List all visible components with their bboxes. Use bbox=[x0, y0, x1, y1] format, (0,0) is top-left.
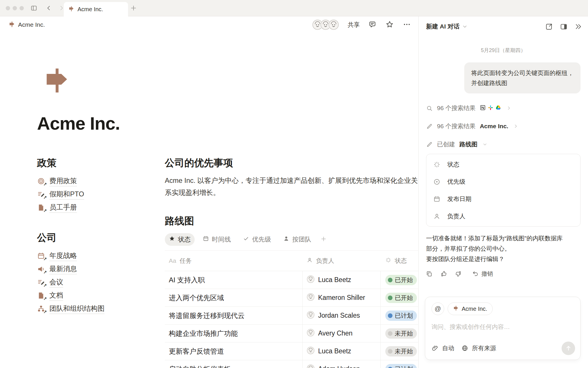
column-header-1[interactable]: Aa任务 bbox=[165, 257, 303, 265]
favorite-star-icon[interactable] bbox=[386, 20, 394, 29]
minimize-window-button[interactable] bbox=[13, 6, 17, 10]
section-heading-policies: 政策 bbox=[37, 157, 143, 169]
owner-cell[interactable]: Luca Beetz bbox=[303, 271, 381, 289]
back-icon[interactable] bbox=[45, 4, 53, 12]
view-tab-按团队[interactable]: 按团队 bbox=[279, 233, 315, 246]
owner-cell[interactable]: Jordan Scales bbox=[303, 307, 381, 324]
comments-icon[interactable] bbox=[368, 20, 377, 29]
column-header-3[interactable]: 状态 bbox=[381, 257, 418, 265]
chat-composer[interactable]: @ Acme Inc. 询问、搜索或创作任何内容… 自动 所有来源 bbox=[425, 297, 581, 360]
step-value: 路线图 bbox=[459, 140, 477, 148]
priority-icon bbox=[433, 178, 440, 185]
collapse-panel-icon[interactable] bbox=[575, 23, 582, 30]
property-row-发布日期[interactable]: 发布日期 bbox=[426, 190, 580, 208]
property-row-负责人[interactable]: 负责人 bbox=[426, 208, 580, 225]
owner-cell[interactable]: Avery Chen bbox=[303, 325, 381, 342]
ai-chat-title[interactable]: 新建 AI 对话 bbox=[426, 22, 460, 30]
task-cell[interactable]: 更新客户反馈管道 bbox=[165, 342, 303, 360]
owner-cell[interactable]: Adam Hudson bbox=[303, 360, 381, 368]
owner-avatar bbox=[307, 293, 315, 303]
table-row[interactable]: 进入两个优先区域Kameron Shiller已开始 bbox=[165, 289, 418, 306]
search-icon bbox=[426, 105, 433, 112]
status-badge[interactable]: 未开始 bbox=[385, 346, 417, 356]
view-tab-状态[interactable]: 状态 bbox=[165, 233, 195, 246]
page-link[interactable]: ↗假期和PTO bbox=[37, 188, 143, 201]
globe-icon[interactable] bbox=[461, 345, 468, 352]
status-cell[interactable]: 已开始 bbox=[381, 271, 418, 289]
thumbs-up-icon[interactable] bbox=[440, 270, 447, 277]
page-link[interactable]: ↗费用政策 bbox=[37, 175, 143, 188]
notion-logo-icon bbox=[480, 105, 486, 112]
status-cell[interactable]: 已开始 bbox=[381, 289, 418, 306]
text-icon: Aa bbox=[169, 257, 176, 264]
ai-step-row[interactable]: 96 个搜索结果Acme Inc. bbox=[426, 120, 581, 132]
owner-cell[interactable]: Kameron Shiller bbox=[303, 289, 381, 306]
step-text: 已创建 bbox=[437, 140, 455, 148]
table-row[interactable]: 启动自助分析仪表板Adam Hudson已计划 bbox=[165, 360, 418, 368]
status-badge[interactable]: 已开始 bbox=[385, 275, 417, 285]
breadcrumb[interactable]: Acme Inc. bbox=[9, 21, 45, 29]
zoom-window-button[interactable] bbox=[20, 6, 24, 10]
view-tab-时间线[interactable]: 时间线 bbox=[199, 233, 235, 246]
task-cell[interactable]: 进入两个优先区域 bbox=[165, 289, 303, 306]
status-badge[interactable]: 已计划 bbox=[385, 310, 417, 321]
panel-layout-icon[interactable] bbox=[560, 23, 568, 30]
page-link[interactable]: ↗团队和组织结构图 bbox=[37, 302, 143, 315]
context-chip[interactable]: Acme Inc. bbox=[448, 302, 493, 315]
thumbs-down-icon[interactable] bbox=[455, 270, 462, 277]
share-button[interactable]: 共享 bbox=[348, 21, 360, 29]
table-row[interactable]: 构建企业市场推广功能Avery Chen未开始 bbox=[165, 324, 418, 342]
task-cell[interactable]: 启动自助分析仪表板 bbox=[165, 360, 303, 368]
column-header-2[interactable]: 负责人 bbox=[303, 257, 381, 265]
owner-cell[interactable]: Luca Beetz bbox=[303, 342, 381, 360]
window-controls[interactable] bbox=[6, 6, 24, 10]
close-window-button[interactable] bbox=[6, 6, 10, 10]
active-tab[interactable]: Acme Inc. bbox=[64, 2, 128, 16]
owner-name: Avery Chen bbox=[318, 329, 353, 337]
page-signpost-icon[interactable] bbox=[42, 65, 71, 96]
task-cell[interactable]: 构建企业市场推广功能 bbox=[165, 325, 303, 342]
send-button[interactable] bbox=[562, 342, 575, 355]
table-row[interactable]: 更新客户反馈管道Luca Beetz未开始 bbox=[165, 342, 418, 360]
status-cell[interactable]: 未开始 bbox=[381, 342, 418, 360]
roadmap-heading: 路线图 bbox=[165, 215, 418, 227]
undo-button[interactable]: 撤销 bbox=[472, 270, 493, 278]
column-header-label: 状态 bbox=[395, 257, 407, 265]
property-row-优先级[interactable]: 优先级 bbox=[426, 173, 580, 190]
new-chat-icon[interactable] bbox=[545, 23, 553, 30]
roadmap-view-tabs: 状态时间线优先级按团队 bbox=[165, 233, 418, 246]
task-cell[interactable]: AI 支持入职 bbox=[165, 271, 303, 289]
page-link[interactable]: ↗最新消息 bbox=[37, 262, 143, 276]
sidebar-toggle-icon[interactable] bbox=[30, 4, 38, 12]
page-link[interactable]: ↗文档 bbox=[37, 289, 143, 302]
all-sources-button[interactable]: 所有来源 bbox=[472, 344, 496, 352]
page-link[interactable]: ↗年度战略 bbox=[37, 249, 143, 262]
table-row[interactable]: 将遗留服务迁移到现代云Jordan Scales已计划 bbox=[165, 306, 418, 324]
mention-chip[interactable]: @ bbox=[432, 302, 444, 315]
more-options-icon[interactable] bbox=[403, 20, 411, 29]
view-tab-优先级[interactable]: 优先级 bbox=[239, 233, 275, 246]
status-cell[interactable]: 已计划 bbox=[381, 307, 418, 324]
page-link[interactable]: ↗会议 bbox=[37, 276, 143, 289]
status-badge[interactable]: 已开始 bbox=[385, 293, 417, 303]
ai-step-row[interactable]: 96 个搜索结果 bbox=[426, 102, 581, 114]
new-tab-button[interactable] bbox=[130, 4, 137, 12]
add-view-button[interactable] bbox=[320, 236, 327, 243]
database-properties-card[interactable]: 状态优先级发布日期负责人 bbox=[426, 154, 581, 227]
chevron-down-icon[interactable] bbox=[462, 24, 468, 29]
status-cell[interactable]: 未开始 bbox=[381, 325, 418, 342]
status-cell[interactable]: 已计划 bbox=[381, 360, 418, 368]
collaborator-avatars[interactable] bbox=[312, 19, 339, 30]
status-badge[interactable]: 未开始 bbox=[385, 328, 417, 339]
chat-input[interactable]: 询问、搜索或创作任何内容… bbox=[432, 323, 574, 331]
attachment-icon[interactable] bbox=[432, 345, 438, 352]
page-link[interactable]: ↗员工手册 bbox=[37, 201, 143, 214]
auto-mode-button[interactable]: 自动 bbox=[442, 344, 454, 352]
property-row-状态[interactable]: 状态 bbox=[426, 156, 580, 173]
ai-step-row[interactable]: 已创建路线图 bbox=[426, 139, 581, 150]
status-badge[interactable]: 已计划 bbox=[385, 364, 417, 368]
task-cell[interactable]: 将遗留服务迁移到现代云 bbox=[165, 307, 303, 324]
copy-icon[interactable] bbox=[425, 270, 433, 277]
table-row[interactable]: AI 支持入职Luca Beetz已开始 bbox=[165, 271, 418, 289]
status-burst-icon bbox=[385, 257, 391, 264]
